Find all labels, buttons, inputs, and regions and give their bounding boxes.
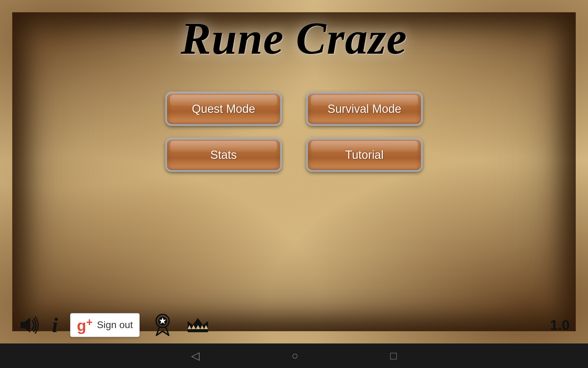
home-button[interactable]: ○ [292, 349, 298, 362]
info-icon[interactable]: i [52, 315, 58, 335]
android-nav-bar: ◁ ○ □ [0, 343, 588, 368]
sound-icon[interactable] [18, 314, 40, 336]
signout-label: Sign out [97, 319, 133, 331]
back-button[interactable]: ◁ [191, 349, 200, 362]
game-area: Rune Craze Quest Mode Survival Mode Stat… [0, 0, 588, 343]
version-label: 1.0 [550, 317, 570, 333]
game-title: Rune Craze [0, 12, 588, 64]
google-plus-logo: g+ [77, 317, 93, 333]
google-signout-button[interactable]: g+ Sign out [70, 313, 140, 337]
buttons-area: Quest Mode Survival Mode Stats Tutorial [0, 92, 588, 172]
achievement-icon[interactable] [152, 313, 173, 337]
survival-mode-button[interactable]: Survival Mode [306, 92, 423, 126]
buttons-row-2: Stats Tutorial [165, 138, 423, 172]
recents-button[interactable]: □ [390, 349, 397, 362]
crown-icon[interactable] [186, 314, 210, 336]
buttons-row-1: Quest Mode Survival Mode [165, 92, 423, 126]
tutorial-button[interactable]: Tutorial [306, 138, 423, 172]
svg-marker-0 [21, 318, 30, 333]
stats-button[interactable]: Stats [165, 138, 282, 172]
quest-mode-button[interactable]: Quest Mode [165, 92, 282, 126]
title-area: Rune Craze [0, 12, 588, 64]
bottom-toolbar: i g+ Sign out [0, 313, 588, 337]
